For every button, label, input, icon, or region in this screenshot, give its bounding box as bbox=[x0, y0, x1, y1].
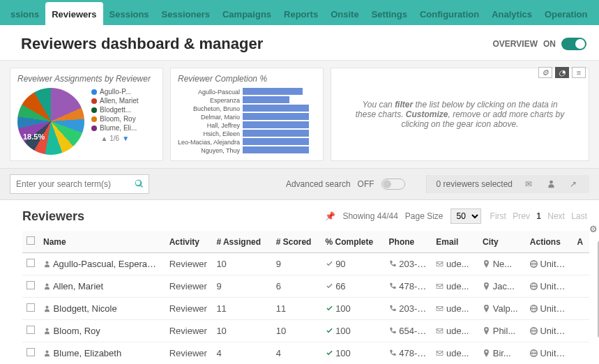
table-title: Reviewers bbox=[22, 209, 84, 224]
col-City[interactable]: City bbox=[478, 231, 526, 253]
col-# Scored[interactable]: # Scored bbox=[272, 231, 321, 253]
external-link-icon[interactable]: ↗ bbox=[567, 179, 579, 189]
check-icon bbox=[326, 303, 333, 314]
location-icon bbox=[483, 259, 490, 269]
check-icon bbox=[326, 259, 333, 269]
top-nav: ssionsReviewersSessionsSessionersCampaig… bbox=[0, 0, 599, 25]
pie-view-icon[interactable]: ◔ bbox=[555, 67, 569, 78]
email-icon[interactable]: ✉ bbox=[522, 179, 535, 189]
overview-state: ON bbox=[543, 39, 556, 49]
bar-lines bbox=[243, 88, 309, 155]
globe-icon bbox=[530, 348, 538, 358]
search-row: Advanced search OFF 0 reviewers selected… bbox=[0, 169, 599, 200]
pager-current: 1 bbox=[536, 211, 541, 221]
table-row[interactable]: Agullo-Pascual, EsperanzaReviewer109 90 … bbox=[22, 253, 589, 275]
chart1-title: Reveiwer Assignments by Reviewer bbox=[17, 74, 156, 84]
row-checkbox[interactable] bbox=[26, 281, 35, 289]
row-checkbox[interactable] bbox=[26, 259, 35, 267]
nav-tab-reports[interactable]: Reports bbox=[278, 2, 324, 25]
person-icon bbox=[43, 348, 51, 358]
chart-completion: Reviewer Completion % Agullo-PascualEspe… bbox=[170, 68, 324, 161]
advanced-search-toggle[interactable] bbox=[381, 179, 405, 190]
table-row[interactable]: Blume, ElizabethReviewer44 100 478-8... … bbox=[22, 342, 589, 365]
table-row[interactable]: Blodgett, NicoleReviewer1111 100 203-2..… bbox=[22, 298, 589, 320]
globe-icon bbox=[530, 303, 538, 314]
overview-toggle[interactable] bbox=[561, 38, 586, 50]
nav-tab-reviewers[interactable]: Reviewers bbox=[45, 2, 103, 25]
table-row[interactable]: Bloom, RoyReviewer1010 100 654-5... ude.… bbox=[22, 320, 589, 342]
table-row[interactable]: Allen, MarietReviewer96 66 478-5... ude.… bbox=[22, 275, 589, 298]
nav-tab-operation[interactable]: Operation bbox=[538, 2, 593, 25]
overview-toggle-group: OVERVIEW ON bbox=[493, 38, 586, 50]
pager-last[interactable]: Last bbox=[571, 211, 587, 221]
col-A[interactable]: A bbox=[573, 231, 589, 253]
page-size-select[interactable]: 50 bbox=[450, 208, 481, 224]
row-checkbox[interactable] bbox=[26, 303, 35, 312]
showing-count: 44/44 bbox=[377, 211, 398, 221]
globe-icon bbox=[530, 281, 538, 291]
nav-tab-configuration[interactable]: Configuration bbox=[414, 2, 485, 25]
location-icon bbox=[483, 281, 490, 291]
legend-item[interactable]: Blodgett... bbox=[91, 106, 139, 114]
location-icon bbox=[483, 303, 490, 314]
nav-tab-onsite[interactable]: Onsite bbox=[324, 2, 365, 25]
nav-tab-analytics[interactable]: Analytics bbox=[485, 2, 538, 25]
person-icon bbox=[43, 303, 51, 314]
reviewers-table: NameActivity# Assigned# Scored% Complete… bbox=[22, 231, 589, 364]
row-checkbox[interactable] bbox=[26, 326, 35, 334]
mail-icon bbox=[436, 303, 443, 314]
chart-help: ⚙ ◔ ≡ You can filter the list below by c… bbox=[331, 68, 589, 161]
location-icon bbox=[483, 326, 490, 336]
bar-chart[interactable]: Agullo-PascualEsperanzaBucheton, BrunoDe… bbox=[178, 88, 316, 155]
advanced-search-label[interactable]: Advanced search bbox=[286, 179, 351, 189]
chart-assignments: Reveiwer Assignments by Reviewer 18.5% A… bbox=[10, 68, 163, 161]
pie-chart[interactable]: 18.5% bbox=[17, 88, 84, 155]
col-# Assigned[interactable]: # Assigned bbox=[212, 231, 271, 253]
col-Phone[interactable]: Phone bbox=[385, 231, 432, 253]
gear-icon[interactable]: ⚙ bbox=[538, 67, 552, 78]
nav-tab-sessioners[interactable]: Sessioners bbox=[156, 2, 216, 25]
legend-pager[interactable]: ▲ 1/6 ▼ bbox=[91, 135, 139, 142]
location-icon bbox=[483, 348, 490, 358]
col-% Complete[interactable]: % Complete bbox=[321, 231, 385, 253]
legend-item[interactable]: Agullo-P... bbox=[91, 88, 139, 96]
pin-icon[interactable]: 📌 bbox=[325, 211, 335, 221]
pager-prev[interactable]: Prev bbox=[513, 211, 530, 221]
legend-item[interactable]: Bloom, Roy bbox=[91, 115, 139, 123]
col-Activity[interactable]: Activity bbox=[165, 231, 213, 253]
search-icon[interactable] bbox=[135, 179, 144, 189]
bar-labels: Agullo-PascualEsperanzaBucheton, BrunoDe… bbox=[178, 88, 240, 155]
check-icon bbox=[326, 281, 333, 291]
col-Email[interactable]: Email bbox=[432, 231, 478, 253]
check-icon bbox=[326, 348, 333, 358]
person-icon bbox=[43, 259, 51, 269]
col-check[interactable] bbox=[22, 231, 39, 253]
legend-item[interactable]: Blume, Eli... bbox=[91, 124, 139, 132]
mail-icon bbox=[436, 326, 443, 336]
list-view-icon[interactable]: ≡ bbox=[572, 67, 586, 78]
table-gear-icon[interactable]: ⚙ bbox=[589, 224, 598, 234]
mail-icon bbox=[436, 281, 443, 291]
pager: First Prev 1 Next Last bbox=[488, 211, 589, 221]
overview-label: OVERVIEW bbox=[493, 39, 538, 49]
nav-tab-ssions[interactable]: ssions bbox=[4, 2, 45, 25]
mail-icon bbox=[436, 348, 443, 358]
selected-count: 0 reviewers selected bbox=[437, 179, 513, 189]
phone-icon bbox=[389, 326, 397, 336]
nav-tab-campaigns[interactable]: Campaigns bbox=[216, 2, 278, 25]
advanced-search-state: OFF bbox=[358, 179, 374, 189]
col-Actions[interactable]: Actions bbox=[526, 231, 573, 253]
legend-item[interactable]: Allen, Mariet bbox=[91, 97, 139, 105]
pager-first[interactable]: First bbox=[490, 211, 506, 221]
row-checkbox[interactable] bbox=[26, 348, 35, 356]
select-all-checkbox[interactable] bbox=[26, 236, 35, 245]
col-Name[interactable]: Name bbox=[39, 231, 165, 253]
nav-tab-sessions[interactable]: Sessions bbox=[103, 2, 156, 25]
nav-tab-settings[interactable]: Settings bbox=[365, 2, 414, 25]
user-icon[interactable] bbox=[545, 179, 557, 189]
phone-icon bbox=[389, 259, 397, 269]
pager-next[interactable]: Next bbox=[547, 211, 565, 221]
search-input[interactable] bbox=[10, 174, 149, 194]
table-body: Agullo-Pascual, EsperanzaReviewer109 90 … bbox=[22, 253, 589, 365]
showing-prefix: Showing bbox=[342, 211, 374, 221]
